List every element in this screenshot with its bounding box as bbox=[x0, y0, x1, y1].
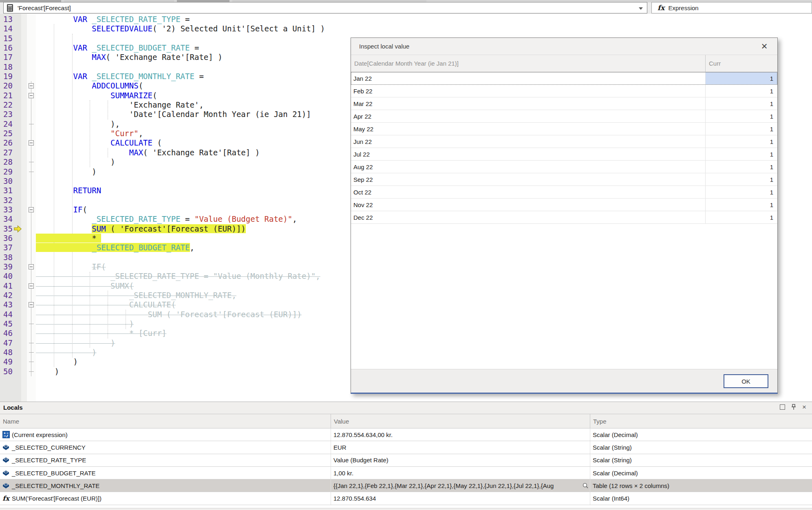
curr-cell[interactable]: 1 bbox=[706, 123, 777, 135]
fold-collapse-icon[interactable] bbox=[29, 283, 34, 289]
dialog-table-row[interactable]: Feb 221 bbox=[351, 85, 777, 97]
date-cell[interactable]: Sep 22 bbox=[351, 173, 706, 185]
local-type-cell[interactable]: Table (12 rows × 2 columns) bbox=[590, 479, 812, 492]
date-cell[interactable]: Oct 22 bbox=[351, 186, 706, 198]
fold-collapse-icon[interactable] bbox=[29, 264, 34, 269]
local-value-cell[interactable]: 12.870.554.634,00 kr. bbox=[331, 428, 590, 441]
fold-cell bbox=[27, 34, 36, 43]
close-icon[interactable]: × bbox=[802, 404, 806, 410]
date-cell[interactable]: Apr 22 bbox=[351, 110, 706, 122]
curr-cell[interactable]: 1 bbox=[706, 211, 777, 223]
local-type-cell[interactable]: Scalar (String) bbox=[590, 441, 812, 453]
dialog-table-row[interactable]: Nov 221 bbox=[351, 199, 777, 211]
fold-collapse-icon[interactable] bbox=[29, 207, 34, 212]
curr-cell[interactable]: 1 bbox=[706, 199, 777, 211]
fold-cell bbox=[27, 148, 36, 157]
dialog-table-row[interactable]: Sep 221 bbox=[351, 173, 777, 186]
marker-margin-cell bbox=[21, 72, 27, 81]
curr-cell[interactable]: 1 bbox=[706, 173, 777, 185]
local-name-cell[interactable]: _SELECTED_RATE_TYPE bbox=[0, 454, 331, 466]
restore-icon[interactable] bbox=[780, 404, 785, 410]
date-cell[interactable]: May 22 bbox=[351, 123, 706, 135]
date-cell[interactable]: Jun 22 bbox=[351, 135, 706, 148]
code-line[interactable]: 13 VAR _SELECTED_RATE_TYPE = bbox=[0, 15, 812, 24]
dialog-table-row[interactable]: May 221 bbox=[351, 123, 777, 135]
date-cell[interactable]: Jul 22 bbox=[351, 148, 706, 160]
line-number: 40 bbox=[0, 272, 21, 281]
marker-margin-cell bbox=[21, 119, 27, 129]
column-header-name[interactable]: Name bbox=[0, 414, 331, 428]
date-cell[interactable]: Jan 22 bbox=[351, 72, 706, 84]
top-bar: 'Forecast'[Forecast] fx Expression bbox=[0, 0, 812, 14]
local-type-cell[interactable]: Scalar (Decimal) bbox=[590, 428, 812, 441]
dialog-table-header: Date[Calendar Month Year (ie Jan 21)] Cu… bbox=[351, 55, 777, 72]
date-cell[interactable]: Nov 22 bbox=[351, 199, 706, 211]
variable-icon bbox=[2, 482, 10, 490]
variable-icon bbox=[2, 469, 10, 477]
line-number: 14 bbox=[0, 24, 21, 33]
fold-cell bbox=[27, 291, 36, 300]
locals-row[interactable]: fxSUM('Forecast'[Forecast (EUR)])12.870.… bbox=[0, 492, 812, 505]
code-text: ) bbox=[36, 157, 115, 167]
date-cell[interactable]: Dec 22 bbox=[351, 211, 706, 223]
expression-selector-dropdown[interactable]: 'Forecast'[Forecast] bbox=[3, 2, 647, 13]
curr-cell[interactable]: 1 bbox=[706, 97, 777, 110]
local-type-cell[interactable]: Scalar (Decimal) bbox=[590, 467, 812, 479]
curr-cell[interactable]: 1 bbox=[706, 186, 777, 198]
date-cell[interactable]: Aug 22 bbox=[351, 161, 706, 173]
curr-cell[interactable]: 1 bbox=[706, 148, 777, 160]
curr-cell[interactable]: 1 bbox=[706, 110, 777, 122]
dialog-table-row[interactable]: Apr 221 bbox=[351, 110, 777, 123]
fold-collapse-icon[interactable] bbox=[29, 302, 34, 307]
fold-collapse-icon[interactable] bbox=[29, 93, 34, 98]
search-icon[interactable] bbox=[582, 482, 589, 489]
locals-row[interactable]: _SELECTED_CURRENCYEURScalar (String) bbox=[0, 441, 812, 454]
local-value-cell[interactable]: 1,00 kr. bbox=[331, 467, 590, 479]
chevron-down-icon[interactable] bbox=[639, 7, 643, 10]
locals-row[interactable]: _SELECTED_RATE_TYPEValue (Budget Rate)Sc… bbox=[0, 454, 812, 467]
local-name-cell[interactable]: _SELECTED_MONTHLY_RATE bbox=[0, 479, 331, 492]
local-name-cell[interactable]: (Current expression) bbox=[0, 428, 331, 441]
fold-collapse-icon[interactable] bbox=[29, 140, 34, 146]
dialog-table-row[interactable]: Oct 221 bbox=[351, 186, 777, 199]
code-text: MAX( 'Exchange Rate'[Rate] ) bbox=[36, 148, 260, 157]
column-header-type[interactable]: Type bbox=[590, 414, 812, 428]
fold-cell bbox=[27, 53, 36, 62]
date-cell[interactable]: Feb 22 bbox=[351, 85, 706, 97]
dialog-table-row[interactable]: Jun 221 bbox=[351, 135, 777, 148]
dialog-table-row[interactable]: Mar 221 bbox=[351, 97, 777, 110]
locals-row[interactable]: _SELECTED_MONTHLY_RATE{{Jan 22,1},{Feb 2… bbox=[0, 479, 812, 492]
local-value-cell[interactable]: EUR bbox=[331, 441, 590, 453]
curr-cell[interactable]: 1 bbox=[706, 72, 777, 84]
pin-icon[interactable] bbox=[791, 404, 797, 410]
locals-row[interactable]: _SELECTED_BUDGET_RATE1,00 kr.Scalar (Dec… bbox=[0, 467, 812, 479]
fold-cell bbox=[27, 129, 36, 138]
dialog-table-row[interactable]: Jul 221 bbox=[351, 148, 777, 161]
curr-cell[interactable]: 1 bbox=[706, 135, 777, 148]
dialog-table-row[interactable]: Jan 221 bbox=[351, 72, 777, 85]
date-cell[interactable]: Mar 22 bbox=[351, 97, 706, 110]
local-value-cell[interactable]: Value (Budget Rate) bbox=[331, 454, 590, 466]
local-name-cell[interactable]: fxSUM('Forecast'[Forecast (EUR)]) bbox=[0, 492, 331, 504]
local-value-cell[interactable]: {{Jan 22,1},{Feb 22,1},{Mar 22,1},{Apr 2… bbox=[331, 479, 590, 492]
locals-grid-header: Name Value Type bbox=[0, 414, 812, 428]
close-icon[interactable]: × bbox=[758, 40, 771, 53]
curr-cell[interactable]: 1 bbox=[706, 161, 777, 173]
curr-cell[interactable]: 1 bbox=[706, 85, 777, 97]
current-statement-arrow-icon bbox=[13, 225, 22, 233]
local-type-cell[interactable]: Scalar (String) bbox=[590, 454, 812, 466]
dialog-table-row[interactable]: Dec 221 bbox=[351, 211, 777, 224]
marker-margin-cell bbox=[21, 319, 27, 329]
dialog-table-row[interactable]: Aug 221 bbox=[351, 161, 777, 173]
local-name-cell[interactable]: _SELECTED_CURRENCY bbox=[0, 441, 331, 453]
locals-row[interactable]: (Current expression)12.870.554.634,00 kr… bbox=[0, 428, 812, 441]
selected-expression-label: 'Forecast'[Forecast] bbox=[18, 4, 71, 11]
code-line[interactable]: 14 SELECTEDVALUE( '2) Selected Unit'[Sel… bbox=[0, 24, 812, 33]
fold-collapse-icon[interactable] bbox=[29, 83, 34, 88]
column-header-value[interactable]: Value bbox=[331, 414, 590, 428]
ok-button[interactable]: OK bbox=[724, 374, 768, 388]
local-name-cell[interactable]: _SELECTED_BUDGET_RATE bbox=[0, 467, 331, 479]
local-value-cell[interactable]: 12.870.554.634 bbox=[331, 492, 590, 504]
locals-title-bar: Locals × bbox=[0, 402, 812, 414]
local-type-cell[interactable]: Scalar (Int64) bbox=[590, 492, 812, 504]
